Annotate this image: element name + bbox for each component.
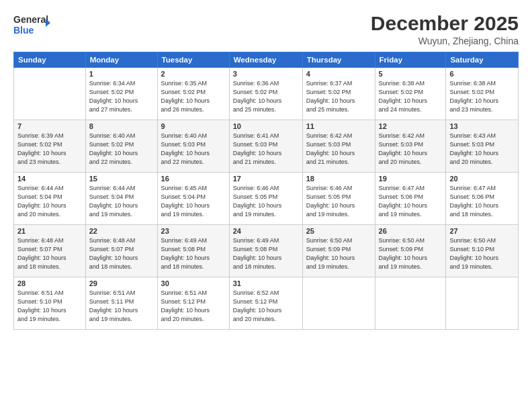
day-number: 23 bbox=[161, 227, 226, 235]
day-number: 24 bbox=[233, 227, 299, 235]
day-info: Sunrise: 6:42 AMSunset: 5:03 PMDaylight:… bbox=[379, 132, 443, 167]
location: Wuyun, Zhejiang, China bbox=[371, 36, 519, 46]
day-info: Sunrise: 6:46 AMSunset: 5:05 PMDaylight:… bbox=[233, 184, 299, 219]
svg-text:General: General bbox=[13, 14, 48, 25]
table-row: 29Sunrise: 6:51 AMSunset: 5:11 PMDayligh… bbox=[85, 277, 157, 330]
day-number: 11 bbox=[306, 122, 371, 130]
day-info: Sunrise: 6:43 AMSunset: 5:03 PMDaylight:… bbox=[449, 132, 515, 167]
day-info: Sunrise: 6:48 AMSunset: 5:07 PMDaylight:… bbox=[89, 236, 154, 271]
table-row: 28Sunrise: 6:51 AMSunset: 5:10 PMDayligh… bbox=[14, 277, 86, 330]
col-wednesday: Wednesday bbox=[229, 52, 302, 68]
col-thursday: Thursday bbox=[302, 52, 375, 68]
table-row bbox=[446, 277, 519, 330]
table-row: 20Sunrise: 6:47 AMSunset: 5:06 PMDayligh… bbox=[446, 173, 519, 225]
day-number: 22 bbox=[89, 227, 154, 235]
day-info: Sunrise: 6:49 AMSunset: 5:08 PMDaylight:… bbox=[233, 236, 299, 271]
header-row: Sunday Monday Tuesday Wednesday Thursday… bbox=[14, 52, 519, 68]
day-number: 16 bbox=[161, 175, 226, 183]
day-info: Sunrise: 6:49 AMSunset: 5:08 PMDaylight:… bbox=[161, 236, 226, 271]
week-row-2: 14Sunrise: 6:44 AMSunset: 5:04 PMDayligh… bbox=[14, 173, 519, 225]
day-info: Sunrise: 6:37 AMSunset: 5:02 PMDaylight:… bbox=[306, 79, 371, 114]
day-number: 21 bbox=[17, 227, 82, 235]
day-info: Sunrise: 6:42 AMSunset: 5:03 PMDaylight:… bbox=[306, 132, 371, 167]
day-number: 4 bbox=[306, 70, 371, 78]
table-row: 16Sunrise: 6:45 AMSunset: 5:04 PMDayligh… bbox=[157, 173, 229, 225]
day-number: 2 bbox=[161, 70, 226, 78]
day-info: Sunrise: 6:47 AMSunset: 5:06 PMDaylight:… bbox=[449, 184, 515, 219]
day-info: Sunrise: 6:50 AMSunset: 5:10 PMDaylight:… bbox=[449, 236, 515, 271]
day-number: 14 bbox=[17, 175, 82, 183]
table-row: 5Sunrise: 6:38 AMSunset: 5:02 PMDaylight… bbox=[375, 68, 446, 120]
day-number: 19 bbox=[379, 175, 443, 183]
day-info: Sunrise: 6:41 AMSunset: 5:03 PMDaylight:… bbox=[233, 132, 299, 167]
table-row: 21Sunrise: 6:48 AMSunset: 5:07 PMDayligh… bbox=[14, 225, 86, 277]
day-info: Sunrise: 6:40 AMSunset: 5:03 PMDaylight:… bbox=[161, 132, 226, 167]
day-info: Sunrise: 6:34 AMSunset: 5:02 PMDaylight:… bbox=[89, 79, 154, 114]
day-number: 17 bbox=[233, 175, 299, 183]
day-number: 31 bbox=[233, 279, 299, 287]
week-row-3: 21Sunrise: 6:48 AMSunset: 5:07 PMDayligh… bbox=[14, 225, 519, 277]
table-row: 23Sunrise: 6:49 AMSunset: 5:08 PMDayligh… bbox=[157, 225, 229, 277]
table-row: 3Sunrise: 6:36 AMSunset: 5:02 PMDaylight… bbox=[229, 68, 302, 120]
day-info: Sunrise: 6:35 AMSunset: 5:02 PMDaylight:… bbox=[161, 79, 226, 114]
col-sunday: Sunday bbox=[14, 52, 86, 68]
table-row: 9Sunrise: 6:40 AMSunset: 5:03 PMDaylight… bbox=[157, 120, 229, 173]
day-number: 6 bbox=[449, 70, 515, 78]
table-row: 26Sunrise: 6:50 AMSunset: 5:09 PMDayligh… bbox=[375, 225, 446, 277]
day-info: Sunrise: 6:51 AMSunset: 5:10 PMDaylight:… bbox=[17, 289, 82, 324]
day-number: 26 bbox=[379, 227, 443, 235]
table-row: 8Sunrise: 6:40 AMSunset: 5:02 PMDaylight… bbox=[85, 120, 157, 173]
day-info: Sunrise: 6:50 AMSunset: 5:09 PMDaylight:… bbox=[306, 236, 371, 271]
day-info: Sunrise: 6:51 AMSunset: 5:11 PMDaylight:… bbox=[89, 289, 154, 324]
page: General Blue December 2025 Wuyun, Zhejia… bbox=[0, 0, 532, 411]
day-info: Sunrise: 6:44 AMSunset: 5:04 PMDaylight:… bbox=[89, 184, 154, 219]
day-number: 9 bbox=[161, 122, 226, 130]
table-row: 30Sunrise: 6:51 AMSunset: 5:12 PMDayligh… bbox=[157, 277, 229, 330]
table-row: 17Sunrise: 6:46 AMSunset: 5:05 PMDayligh… bbox=[229, 173, 302, 225]
day-info: Sunrise: 6:44 AMSunset: 5:04 PMDaylight:… bbox=[17, 184, 82, 219]
month-title: December 2025 bbox=[371, 12, 519, 34]
logo: General Blue bbox=[13, 12, 50, 38]
day-info: Sunrise: 6:39 AMSunset: 5:02 PMDaylight:… bbox=[17, 132, 82, 167]
day-number: 20 bbox=[449, 175, 515, 183]
col-monday: Monday bbox=[85, 52, 157, 68]
table-row: 1Sunrise: 6:34 AMSunset: 5:02 PMDaylight… bbox=[85, 68, 157, 120]
table-row: 6Sunrise: 6:38 AMSunset: 5:02 PMDaylight… bbox=[446, 68, 519, 120]
day-info: Sunrise: 6:52 AMSunset: 5:12 PMDaylight:… bbox=[233, 289, 299, 324]
logo-svg: General Blue bbox=[13, 12, 50, 38]
week-row-1: 7Sunrise: 6:39 AMSunset: 5:02 PMDaylight… bbox=[14, 120, 519, 173]
day-info: Sunrise: 6:48 AMSunset: 5:07 PMDaylight:… bbox=[17, 236, 82, 271]
day-number: 12 bbox=[379, 122, 443, 130]
calendar-table: Sunday Monday Tuesday Wednesday Thursday… bbox=[13, 52, 519, 330]
day-number: 29 bbox=[89, 279, 154, 287]
day-number: 5 bbox=[379, 70, 443, 78]
day-info: Sunrise: 6:50 AMSunset: 5:09 PMDaylight:… bbox=[379, 236, 443, 271]
table-row: 11Sunrise: 6:42 AMSunset: 5:03 PMDayligh… bbox=[302, 120, 375, 173]
day-number: 15 bbox=[89, 175, 154, 183]
day-number: 10 bbox=[233, 122, 299, 130]
day-number: 7 bbox=[17, 122, 82, 130]
table-row bbox=[14, 68, 86, 120]
col-saturday: Saturday bbox=[446, 52, 519, 68]
day-info: Sunrise: 6:36 AMSunset: 5:02 PMDaylight:… bbox=[233, 79, 299, 114]
col-friday: Friday bbox=[375, 52, 446, 68]
table-row: 7Sunrise: 6:39 AMSunset: 5:02 PMDaylight… bbox=[14, 120, 86, 173]
table-row: 31Sunrise: 6:52 AMSunset: 5:12 PMDayligh… bbox=[229, 277, 302, 330]
table-row: 25Sunrise: 6:50 AMSunset: 5:09 PMDayligh… bbox=[302, 225, 375, 277]
day-info: Sunrise: 6:38 AMSunset: 5:02 PMDaylight:… bbox=[379, 79, 443, 114]
day-info: Sunrise: 6:45 AMSunset: 5:04 PMDaylight:… bbox=[161, 184, 226, 219]
day-info: Sunrise: 6:51 AMSunset: 5:12 PMDaylight:… bbox=[161, 289, 226, 324]
week-row-0: 1Sunrise: 6:34 AMSunset: 5:02 PMDaylight… bbox=[14, 68, 519, 120]
day-info: Sunrise: 6:46 AMSunset: 5:05 PMDaylight:… bbox=[306, 184, 371, 219]
table-row: 18Sunrise: 6:46 AMSunset: 5:05 PMDayligh… bbox=[302, 173, 375, 225]
table-row: 14Sunrise: 6:44 AMSunset: 5:04 PMDayligh… bbox=[14, 173, 86, 225]
table-row: 4Sunrise: 6:37 AMSunset: 5:02 PMDaylight… bbox=[302, 68, 375, 120]
day-number: 8 bbox=[89, 122, 154, 130]
table-row: 10Sunrise: 6:41 AMSunset: 5:03 PMDayligh… bbox=[229, 120, 302, 173]
col-tuesday: Tuesday bbox=[157, 52, 229, 68]
day-number: 25 bbox=[306, 227, 371, 235]
table-row: 13Sunrise: 6:43 AMSunset: 5:03 PMDayligh… bbox=[446, 120, 519, 173]
day-info: Sunrise: 6:47 AMSunset: 5:06 PMDaylight:… bbox=[379, 184, 443, 219]
week-row-4: 28Sunrise: 6:51 AMSunset: 5:10 PMDayligh… bbox=[14, 277, 519, 330]
day-number: 30 bbox=[161, 279, 226, 287]
